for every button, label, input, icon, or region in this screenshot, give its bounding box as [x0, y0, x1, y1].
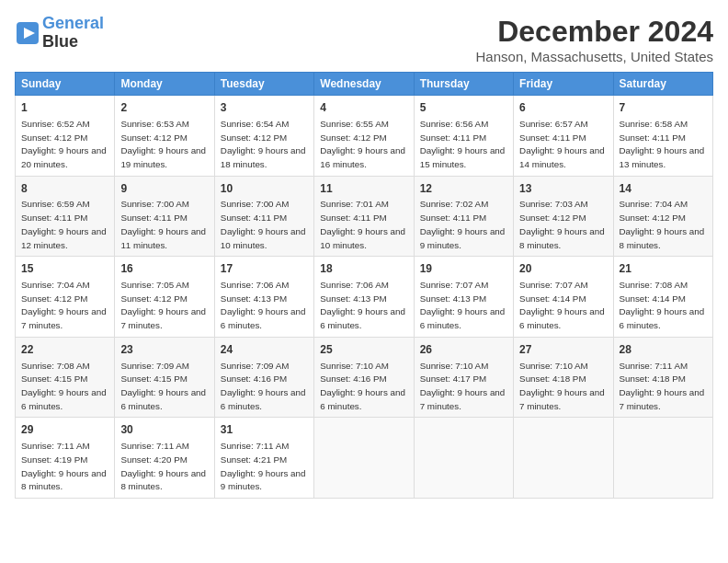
day-info: Sunrise: 7:10 AMSunset: 4:16 PMDaylight:…: [320, 361, 405, 411]
day-number: 19: [420, 261, 507, 277]
weekday-header-friday: Friday: [514, 73, 613, 96]
day-info: Sunrise: 7:09 AMSunset: 4:15 PMDaylight:…: [120, 361, 206, 411]
logo: General Blue: [15, 15, 104, 52]
day-info: Sunrise: 6:56 AMSunset: 4:11 PMDaylight:…: [420, 119, 506, 169]
calendar-cell: [414, 418, 513, 499]
day-number: 29: [21, 422, 108, 438]
calendar-cell: 23 Sunrise: 7:09 AMSunset: 4:15 PMDaylig…: [115, 337, 214, 418]
day-info: Sunrise: 7:07 AMSunset: 4:13 PMDaylight:…: [420, 280, 506, 330]
day-number: 28: [620, 342, 707, 358]
title-block: December 2024 Hanson, Massachusetts, Uni…: [476, 15, 713, 64]
calendar-subtitle: Hanson, Massachusetts, United States: [476, 49, 713, 64]
page-header: General Blue December 2024 Hanson, Massa…: [15, 15, 713, 64]
logo-text: General Blue: [42, 15, 104, 52]
calendar-cell: 18 Sunrise: 7:06 AMSunset: 4:13 PMDaylig…: [314, 257, 414, 338]
day-number: 10: [221, 181, 308, 197]
logo-icon: [15, 20, 40, 46]
day-info: Sunrise: 6:58 AMSunset: 4:11 PMDaylight:…: [620, 119, 705, 169]
day-number: 3: [221, 100, 308, 116]
calendar-week-5: 29 Sunrise: 7:11 AMSunset: 4:19 PMDaylig…: [16, 418, 713, 499]
calendar-cell: 8 Sunrise: 6:59 AMSunset: 4:11 PMDayligh…: [16, 176, 115, 257]
calendar-cell: 20 Sunrise: 7:07 AMSunset: 4:14 PMDaylig…: [514, 257, 613, 338]
calendar-cell: 30 Sunrise: 7:11 AMSunset: 4:20 PMDaylig…: [115, 418, 214, 499]
calendar-cell: 3 Sunrise: 6:54 AMSunset: 4:12 PMDayligh…: [214, 96, 313, 177]
day-info: Sunrise: 7:11 AMSunset: 4:21 PMDaylight:…: [221, 441, 306, 491]
day-info: Sunrise: 7:08 AMSunset: 4:15 PMDaylight:…: [21, 361, 107, 411]
day-number: 13: [519, 181, 607, 197]
calendar-cell: 16 Sunrise: 7:05 AMSunset: 4:12 PMDaylig…: [115, 257, 214, 338]
calendar-cell: 27 Sunrise: 7:10 AMSunset: 4:18 PMDaylig…: [514, 337, 613, 418]
calendar-table: SundayMondayTuesdayWednesdayThursdayFrid…: [15, 72, 713, 499]
day-info: Sunrise: 7:07 AMSunset: 4:14 PMDaylight:…: [519, 280, 605, 330]
day-info: Sunrise: 6:54 AMSunset: 4:12 PMDaylight:…: [221, 119, 306, 169]
day-info: Sunrise: 7:05 AMSunset: 4:12 PMDaylight:…: [120, 280, 206, 330]
calendar-cell: [613, 418, 712, 499]
weekday-header-wednesday: Wednesday: [314, 73, 414, 96]
calendar-cell: 11 Sunrise: 7:01 AMSunset: 4:11 PMDaylig…: [314, 176, 414, 257]
day-info: Sunrise: 6:57 AMSunset: 4:11 PMDaylight:…: [519, 119, 605, 169]
day-number: 20: [519, 261, 607, 277]
day-number: 25: [320, 342, 407, 358]
day-info: Sunrise: 7:02 AMSunset: 4:11 PMDaylight:…: [420, 199, 506, 249]
calendar-cell: 24 Sunrise: 7:09 AMSunset: 4:16 PMDaylig…: [214, 337, 313, 418]
calendar-header: SundayMondayTuesdayWednesdayThursdayFrid…: [16, 73, 713, 96]
day-info: Sunrise: 7:08 AMSunset: 4:14 PMDaylight:…: [620, 280, 705, 330]
day-info: Sunrise: 7:03 AMSunset: 4:12 PMDaylight:…: [519, 199, 605, 249]
day-info: Sunrise: 7:04 AMSunset: 4:12 PMDaylight:…: [620, 199, 705, 249]
day-number: 17: [221, 261, 308, 277]
day-number: 27: [519, 342, 607, 358]
day-info: Sunrise: 6:55 AMSunset: 4:12 PMDaylight:…: [320, 119, 405, 169]
calendar-cell: 15 Sunrise: 7:04 AMSunset: 4:12 PMDaylig…: [16, 257, 115, 338]
day-number: 23: [120, 342, 208, 358]
calendar-week-2: 8 Sunrise: 6:59 AMSunset: 4:11 PMDayligh…: [16, 176, 713, 257]
calendar-cell: 29 Sunrise: 7:11 AMSunset: 4:19 PMDaylig…: [16, 418, 115, 499]
calendar-week-4: 22 Sunrise: 7:08 AMSunset: 4:15 PMDaylig…: [16, 337, 713, 418]
day-info: Sunrise: 7:04 AMSunset: 4:12 PMDaylight:…: [21, 280, 107, 330]
day-number: 14: [620, 181, 707, 197]
day-number: 30: [120, 422, 208, 438]
calendar-cell: 2 Sunrise: 6:53 AMSunset: 4:12 PMDayligh…: [115, 96, 214, 177]
weekday-header-row: SundayMondayTuesdayWednesdayThursdayFrid…: [16, 73, 713, 96]
calendar-cell: 28 Sunrise: 7:11 AMSunset: 4:18 PMDaylig…: [613, 337, 712, 418]
calendar-week-3: 15 Sunrise: 7:04 AMSunset: 4:12 PMDaylig…: [16, 257, 713, 338]
weekday-header-monday: Monday: [115, 73, 214, 96]
day-info: Sunrise: 7:11 AMSunset: 4:19 PMDaylight:…: [21, 441, 107, 491]
calendar-cell: 17 Sunrise: 7:06 AMSunset: 4:13 PMDaylig…: [214, 257, 313, 338]
day-number: 21: [620, 261, 707, 277]
day-number: 5: [420, 100, 507, 116]
day-info: Sunrise: 7:01 AMSunset: 4:11 PMDaylight:…: [320, 199, 405, 249]
day-number: 24: [221, 342, 308, 358]
day-number: 11: [320, 181, 407, 197]
calendar-cell: 21 Sunrise: 7:08 AMSunset: 4:14 PMDaylig…: [613, 257, 712, 338]
day-number: 26: [420, 342, 507, 358]
calendar-title: December 2024: [476, 15, 713, 49]
day-info: Sunrise: 7:06 AMSunset: 4:13 PMDaylight:…: [221, 280, 306, 330]
calendar-cell: 13 Sunrise: 7:03 AMSunset: 4:12 PMDaylig…: [514, 176, 613, 257]
day-info: Sunrise: 7:00 AMSunset: 4:11 PMDaylight:…: [221, 199, 306, 249]
day-number: 22: [21, 342, 108, 358]
day-number: 18: [320, 261, 407, 277]
calendar-cell: 19 Sunrise: 7:07 AMSunset: 4:13 PMDaylig…: [414, 257, 513, 338]
calendar-cell: 5 Sunrise: 6:56 AMSunset: 4:11 PMDayligh…: [414, 96, 513, 177]
day-info: Sunrise: 7:10 AMSunset: 4:17 PMDaylight:…: [420, 361, 506, 411]
day-info: Sunrise: 7:10 AMSunset: 4:18 PMDaylight:…: [519, 361, 605, 411]
calendar-cell: 31 Sunrise: 7:11 AMSunset: 4:21 PMDaylig…: [214, 418, 313, 499]
weekday-header-thursday: Thursday: [414, 73, 513, 96]
calendar-week-1: 1 Sunrise: 6:52 AMSunset: 4:12 PMDayligh…: [16, 96, 713, 177]
day-number: 8: [21, 181, 108, 197]
day-info: Sunrise: 7:11 AMSunset: 4:18 PMDaylight:…: [620, 361, 705, 411]
calendar-cell: 1 Sunrise: 6:52 AMSunset: 4:12 PMDayligh…: [16, 96, 115, 177]
day-info: Sunrise: 7:09 AMSunset: 4:16 PMDaylight:…: [221, 361, 306, 411]
calendar-cell: [314, 418, 414, 499]
day-info: Sunrise: 6:53 AMSunset: 4:12 PMDaylight:…: [120, 119, 206, 169]
day-info: Sunrise: 7:00 AMSunset: 4:11 PMDaylight:…: [120, 199, 206, 249]
weekday-header-saturday: Saturday: [613, 73, 712, 96]
day-number: 16: [120, 261, 208, 277]
calendar-cell: 7 Sunrise: 6:58 AMSunset: 4:11 PMDayligh…: [613, 96, 712, 177]
calendar-cell: 6 Sunrise: 6:57 AMSunset: 4:11 PMDayligh…: [514, 96, 613, 177]
weekday-header-sunday: Sunday: [16, 73, 115, 96]
calendar-cell: 4 Sunrise: 6:55 AMSunset: 4:12 PMDayligh…: [314, 96, 414, 177]
day-number: 7: [620, 100, 707, 116]
calendar-cell: 22 Sunrise: 7:08 AMSunset: 4:15 PMDaylig…: [16, 337, 115, 418]
day-number: 6: [519, 100, 607, 116]
